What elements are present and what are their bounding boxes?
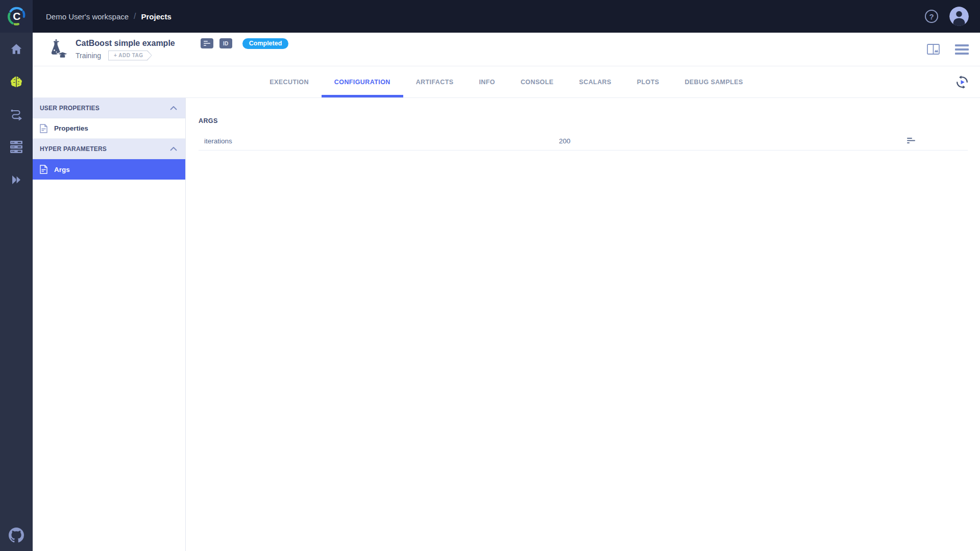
sidebar-item-applications[interactable]: [0, 163, 33, 196]
main-area: CatBoost simple example ID Completed: [33, 33, 980, 551]
experiment-titles: CatBoost simple example ID Completed: [76, 38, 288, 61]
auto-refresh-button[interactable]: [954, 74, 970, 90]
experiment-type: Training: [76, 52, 101, 60]
sidebar-item-dashboard[interactable]: [0, 33, 33, 65]
user-icon: [949, 7, 969, 26]
experiment-header: CatBoost simple example ID Completed: [33, 33, 980, 66]
parameter-row: iterations 200: [199, 132, 968, 151]
tab-scalars[interactable]: SCALARS: [567, 66, 624, 97]
args-section-title: ARGS: [199, 117, 968, 124]
parameter-value: 200: [559, 137, 571, 145]
configuration-panel: USER PROPERTIES Properties HYPER PARAMET…: [33, 98, 186, 551]
details-view-toggle-icon[interactable]: [927, 44, 940, 55]
pipelines-icon: [10, 108, 23, 121]
tab-artifacts[interactable]: ARTIFACTS: [403, 66, 467, 97]
experiment-flask-icon: [46, 39, 67, 60]
tab-configuration[interactable]: CONFIGURATION: [322, 66, 403, 97]
topbar-actions: ?: [925, 7, 969, 26]
sidebar-item-projects[interactable]: [0, 65, 33, 98]
breadcrumb: Demo User's workspace / Projects: [46, 12, 172, 21]
menu-icon[interactable]: [955, 44, 969, 55]
tabs: EXECUTION CONFIGURATION ARTIFACTS INFO C…: [257, 66, 755, 97]
breadcrumb-separator: /: [134, 12, 136, 21]
description-button[interactable]: [201, 38, 213, 48]
parameter-description-button[interactable]: [907, 137, 916, 146]
experiment-badges: ID Completed: [201, 38, 289, 49]
sidebar-footer: [0, 522, 33, 548]
document-icon: [40, 124, 47, 133]
home-icon: [10, 42, 23, 56]
args-content: ARGS iterations 200: [186, 98, 980, 551]
breadcrumb-current[interactable]: Projects: [141, 12, 172, 21]
svg-text:C: C: [13, 10, 20, 22]
header-actions: [927, 44, 969, 55]
experiment-title: CatBoost simple example: [76, 39, 175, 48]
tab-info[interactable]: INFO: [466, 66, 507, 97]
datasets-icon: [10, 141, 23, 153]
tabs-bar: EXECUTION CONFIGURATION ARTIFACTS INFO C…: [33, 66, 980, 98]
refresh-play-icon: [954, 74, 970, 90]
document-icon: [40, 165, 47, 174]
id-badge-label: ID: [223, 41, 229, 46]
github-link[interactable]: [9, 528, 24, 543]
align-left-icon: [204, 41, 210, 46]
section-hyper-parameters[interactable]: HYPER PARAMETERS: [33, 139, 185, 159]
sidebar-item-pipelines[interactable]: [0, 98, 33, 131]
clearml-logo[interactable]: C: [0, 0, 33, 33]
avatar[interactable]: [949, 7, 969, 26]
chevron-up-icon: [170, 147, 177, 151]
status-badge: Completed: [242, 38, 289, 49]
panel-item-args[interactable]: Args: [33, 159, 185, 180]
add-tag-button[interactable]: + ADD TAG: [108, 51, 152, 61]
sidebar-item-datasets[interactable]: [0, 131, 33, 163]
breadcrumb-workspace[interactable]: Demo User's workspace: [46, 12, 129, 21]
help-icon[interactable]: ?: [925, 10, 938, 23]
clearml-logo-icon: C: [6, 6, 27, 27]
parameter-name: iterations: [204, 137, 232, 145]
panel-item-properties[interactable]: Properties: [33, 118, 185, 139]
configuration-body: USER PROPERTIES Properties HYPER PARAMET…: [33, 98, 980, 551]
double-chevron-icon: [10, 173, 23, 187]
side-nav: [0, 33, 33, 551]
top-bar: C Demo User's workspace / Projects ?: [0, 0, 980, 33]
id-button[interactable]: ID: [219, 38, 232, 48]
tab-debug-samples[interactable]: DEBUG SAMPLES: [672, 66, 755, 97]
tab-plots[interactable]: PLOTS: [624, 66, 672, 97]
tab-console[interactable]: CONSOLE: [508, 66, 567, 97]
tab-execution[interactable]: EXECUTION: [257, 66, 322, 97]
section-user-properties[interactable]: USER PROPERTIES: [33, 98, 185, 118]
add-tag-label: + ADD TAG: [109, 51, 152, 60]
github-icon: [9, 528, 24, 543]
chevron-up-icon: [170, 106, 177, 110]
brain-icon: [9, 76, 23, 88]
align-left-icon: [907, 138, 916, 144]
